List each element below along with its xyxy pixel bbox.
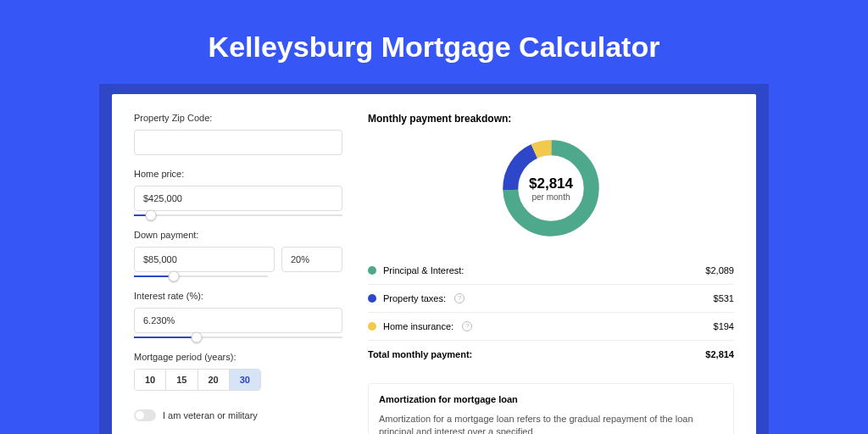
down-slider[interactable]	[134, 275, 268, 277]
page-title: Kelleysburg Mortgage Calculator	[0, 0, 868, 84]
price-slider[interactable]	[134, 214, 342, 216]
ins-label: Home insurance:	[383, 321, 453, 331]
dot-blue-icon	[368, 294, 376, 303]
breakdown-column: Monthly payment breakdown: $2,814 per mo…	[368, 113, 734, 434]
rate-label: Interest rate (%):	[134, 291, 342, 301]
inputs-column: Property Zip Code: Home price: $425,000 …	[134, 113, 342, 434]
slider-thumb[interactable]	[191, 332, 202, 343]
total-value: $2,814	[705, 349, 734, 359]
pi-value: $2,089	[705, 265, 734, 275]
content-band: Property Zip Code: Home price: $425,000 …	[99, 84, 769, 434]
tax-label: Property taxes:	[383, 293, 446, 303]
period-option-30[interactable]: 30	[229, 370, 260, 390]
down-amount-input[interactable]: $85,000	[134, 247, 275, 272]
veteran-toggle[interactable]	[134, 409, 156, 421]
pi-label: Principal & Interest:	[383, 265, 464, 275]
donut-center-amount: $2,814	[529, 175, 573, 192]
zip-label: Property Zip Code:	[134, 113, 342, 123]
ins-value: $194	[714, 321, 734, 331]
period-segmented: 10 15 20 30	[134, 369, 261, 391]
dot-yellow-icon	[368, 322, 376, 331]
tax-value: $531	[714, 293, 734, 303]
veteran-label: I am veteran or military	[163, 410, 258, 420]
info-icon[interactable]: ?	[462, 321, 472, 331]
price-input[interactable]: $425,000	[134, 186, 342, 211]
period-option-15[interactable]: 15	[165, 370, 197, 390]
amortization-text: Amortization for a mortgage loan refers …	[379, 413, 723, 434]
info-icon[interactable]: ?	[454, 293, 465, 303]
donut-center-sub: per month	[531, 192, 570, 202]
breakdown-heading: Monthly payment breakdown:	[368, 113, 734, 125]
price-label: Home price:	[134, 169, 342, 179]
down-label: Down payment:	[134, 230, 342, 240]
slider-thumb[interactable]	[169, 271, 180, 282]
legend: Principal & Interest: $2,089 Property ta…	[368, 257, 734, 368]
period-option-20[interactable]: 20	[198, 370, 229, 390]
dot-green-icon	[368, 266, 376, 275]
slider-thumb[interactable]	[145, 210, 156, 221]
rate-input[interactable]: 6.230%	[134, 308, 342, 333]
calculator-panel: Property Zip Code: Home price: $425,000 …	[112, 94, 756, 434]
period-option-10[interactable]: 10	[135, 370, 165, 390]
period-label: Mortgage period (years):	[134, 352, 342, 362]
rate-slider[interactable]	[134, 337, 342, 338]
amortization-heading: Amortization for mortgage loan	[379, 394, 723, 404]
donut-chart: $2,814 per month	[498, 135, 604, 242]
amortization-card: Amortization for mortgage loan Amortizat…	[368, 383, 734, 434]
down-pct-input[interactable]: 20%	[281, 247, 342, 272]
zip-input[interactable]	[134, 130, 342, 155]
total-label: Total monthly payment:	[368, 349, 472, 359]
